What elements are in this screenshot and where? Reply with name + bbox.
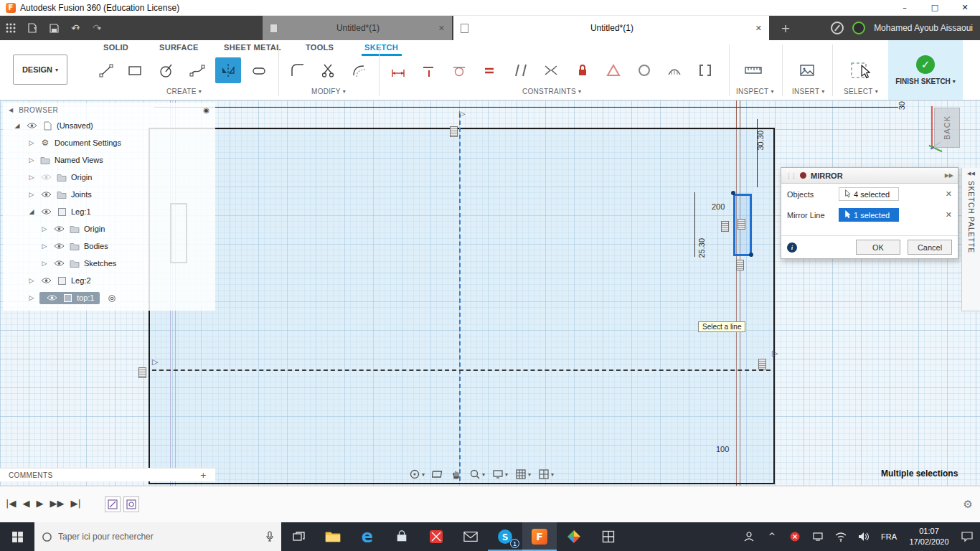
browser-item-named-views[interactable]: ▷ Named Views — [3, 151, 215, 169]
inspect-measure-icon[interactable] — [740, 57, 766, 83]
constraint-glyph[interactable] — [738, 219, 745, 230]
browser-item-leg1-origin[interactable]: ▷ Origin — [3, 220, 215, 237]
circle-tool-icon[interactable] — [154, 57, 179, 83]
clear-mirror-line-icon[interactable]: ✕ — [946, 210, 952, 220]
tab-sketch[interactable]: SKETCH — [364, 43, 398, 55]
fast-forward-button[interactable]: ▶▶ — [50, 498, 64, 509]
sketch-canvas[interactable]: 200 25.30 30.30 100 30 ▷ ▷ ▷ Select a li… — [0, 100, 980, 486]
start-button[interactable] — [0, 522, 34, 551]
timeline-sketch-feature[interactable] — [105, 496, 121, 512]
tab-solid[interactable]: SOLID — [103, 43, 128, 55]
slot-tool-icon[interactable] — [246, 57, 272, 83]
drag-grip-icon[interactable]: ⋮⋮ — [786, 172, 796, 179]
view-cube-face[interactable]: BACK — [934, 108, 960, 148]
activate-component-icon[interactable]: ◎ — [108, 293, 115, 303]
file-explorer-icon[interactable] — [316, 522, 350, 551]
tray-alert-icon[interactable] — [785, 532, 805, 542]
browser-item-document-settings[interactable]: ▷ ⚙ Document Settings — [3, 134, 215, 151]
collapse-palette-icon[interactable]: ◀◀ — [967, 171, 975, 176]
taskbar-search-input[interactable]: Taper ici pour rechercher — [34, 522, 281, 551]
selected-browser-item[interactable]: top:1 — [39, 292, 100, 304]
microphone-icon[interactable] — [265, 531, 274, 542]
fusion-360-taskbar-icon[interactable]: F — [522, 522, 557, 551]
expand-dialog-icon[interactable]: ▶▶ — [945, 172, 953, 179]
concentric-constraint-icon[interactable] — [631, 57, 657, 83]
extensions-icon[interactable] — [831, 22, 844, 34]
offset-tool-icon[interactable] — [346, 57, 372, 83]
constraint-glyph[interactable] — [450, 126, 458, 137]
expand-closed-icon[interactable]: ▷ — [40, 260, 49, 267]
show-hidden-icons-chevron[interactable]: ^ — [762, 532, 782, 542]
visibility-eye-off-icon[interactable] — [39, 174, 52, 181]
sketch-horizontal-centerline[interactable] — [152, 369, 771, 371]
trim-tool-icon[interactable] — [316, 57, 341, 83]
expand-closed-icon[interactable]: ▷ — [40, 225, 49, 232]
look-at-icon[interactable] — [432, 468, 443, 480]
constraint-glyph[interactable] — [736, 260, 744, 270]
parallel-constraint-icon[interactable] — [508, 57, 534, 83]
expand-closed-icon[interactable]: ▷ — [27, 156, 36, 164]
timeline-settings-gear-icon[interactable]: ⚙ — [963, 498, 973, 511]
expand-closed-icon[interactable]: ▷ — [27, 277, 36, 284]
visibility-eye-icon[interactable] — [52, 225, 65, 232]
timeline-sketch-feature[interactable] — [123, 496, 139, 512]
browser-item-origin[interactable]: ▷ Origin — [3, 169, 215, 186]
mail-app-icon[interactable] — [453, 522, 488, 551]
clock[interactable]: 01:07 17/02/2020 — [904, 526, 954, 547]
constraint-glyph[interactable] — [721, 221, 729, 232]
dialog-header[interactable]: ⋮⋮ MIRROR ▶▶ — [781, 168, 958, 184]
view-cube[interactable]: BACK — [927, 102, 967, 154]
step-back-button[interactable]: ◀ — [22, 498, 29, 509]
visibility-eye-icon[interactable] — [45, 294, 58, 301]
expand-closed-icon[interactable]: ▷ — [27, 191, 36, 198]
document-tab-inactive[interactable]: Untitled*(1) ✕ — [263, 16, 452, 40]
insert-image-icon[interactable] — [794, 57, 820, 83]
mirror-line-selection-chip[interactable]: 1 selected — [839, 208, 899, 222]
tangent-constraint-icon[interactable] — [446, 57, 472, 83]
close-button[interactable]: ✕ — [950, 0, 980, 16]
mirror-tool-icon[interactable] — [215, 57, 241, 83]
group-insert[interactable]: INSERT▾ — [792, 88, 825, 95]
sketch-vertical-centerline[interactable] — [459, 113, 461, 481]
user-name[interactable]: Mohamed Ayoub Aissaoui — [874, 23, 973, 33]
orbit-icon[interactable]: ▾ — [409, 468, 425, 480]
comments-bar[interactable]: COMMENTS + — [0, 468, 215, 481]
pan-hand-icon[interactable] — [451, 468, 462, 480]
taskbar-app-red-icon[interactable] — [419, 522, 453, 551]
go-to-start-button[interactable]: |◀ — [6, 498, 16, 509]
visibility-eye-icon[interactable] — [52, 260, 65, 267]
expand-closed-icon[interactable]: ▷ — [27, 294, 36, 301]
people-icon[interactable] — [739, 531, 759, 542]
edge-browser-icon[interactable]: e — [350, 522, 385, 551]
tab-tools[interactable]: TOOLS — [306, 43, 334, 55]
fillet-tool-icon[interactable] — [285, 57, 311, 83]
visibility-eye-icon[interactable] — [25, 122, 38, 129]
expand-open-icon[interactable]: ◢ — [27, 208, 36, 215]
microsoft-store-icon[interactable] — [385, 522, 419, 551]
sketch-dimension-icon[interactable] — [385, 57, 411, 83]
select-tool-icon[interactable] — [846, 57, 872, 83]
expand-closed-icon[interactable]: ▷ — [40, 242, 49, 250]
objects-selection-chip[interactable]: 4 selected — [839, 187, 899, 201]
constraint-glyph[interactable] — [138, 367, 146, 378]
display-settings-icon[interactable]: ▾ — [492, 468, 508, 480]
curvature-constraint-icon[interactable] — [661, 57, 687, 83]
group-constraints[interactable]: CONSTRAINTS▾ — [522, 88, 581, 95]
info-icon[interactable]: i — [787, 242, 797, 253]
collapse-browser-icon[interactable]: ◀ — [9, 107, 13, 113]
browser-item-unsaved[interactable]: ◢ (Unsaved) — [3, 117, 215, 134]
dimension-30-30[interactable]: 30.30 — [756, 131, 765, 151]
fix-constraint-icon[interactable] — [570, 57, 595, 83]
wifi-icon[interactable] — [831, 532, 851, 542]
add-comment-icon[interactable]: + — [200, 471, 207, 480]
viewports-icon[interactable]: ▾ — [538, 468, 554, 480]
dimension-30[interactable]: 30 — [897, 101, 906, 110]
undo-button[interactable]: ↶▾ — [65, 19, 86, 37]
line-tool-icon[interactable] — [93, 57, 119, 83]
zoom-icon[interactable]: ▾ — [469, 468, 485, 480]
expand-open-icon[interactable]: ◢ — [13, 122, 22, 129]
symmetry-marker-icon[interactable]: ▷ — [772, 349, 778, 358]
horizontal-vertical-constraint-icon[interactable] — [416, 57, 442, 83]
action-center-icon[interactable] — [957, 532, 977, 542]
sketch-point[interactable] — [731, 191, 735, 195]
